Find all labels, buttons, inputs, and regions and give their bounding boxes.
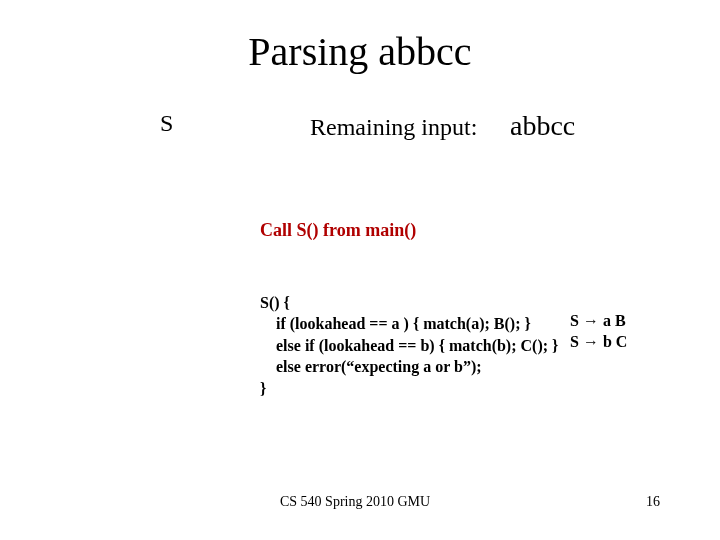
footer-course: CS 540 Spring 2010 GMU: [280, 494, 430, 510]
code-line: else if (lookahead == b) { match(b); C()…: [260, 337, 558, 354]
grammar-rules: S → a B S → b C: [570, 288, 627, 353]
remaining-input-value: abbcc: [510, 110, 575, 142]
call-statement: Call S() from main(): [260, 220, 416, 241]
grammar-rule: S → b C: [570, 333, 627, 350]
parse-tree-root: S: [160, 110, 173, 137]
slide-title: Parsing abbcc: [0, 28, 720, 75]
code-line: S() {: [260, 294, 290, 311]
remaining-input-label: Remaining input:: [310, 114, 477, 141]
footer-page-number: 16: [646, 494, 660, 510]
grammar-rule: S → a B: [570, 312, 626, 329]
code-line: else error(“expecting a or b”);: [260, 358, 482, 375]
code-block: S() { if (lookahead == a ) { match(a); B…: [260, 270, 558, 400]
code-line: }: [260, 380, 266, 397]
code-line: if (lookahead == a ) { match(a); B(); }: [260, 315, 531, 332]
slide: Parsing abbcc S Remaining input: abbcc C…: [0, 0, 720, 540]
